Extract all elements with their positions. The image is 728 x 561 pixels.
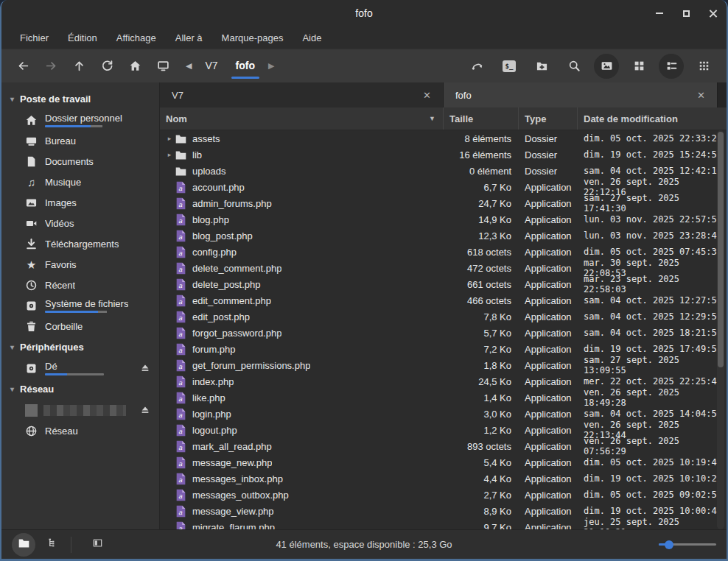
- close-button[interactable]: [704, 5, 721, 21]
- up-button[interactable]: [65, 53, 93, 80]
- file-modified-date: dim. 05 oct. 2025 22:33:20: [578, 133, 727, 144]
- panel-toggle[interactable]: [88, 535, 107, 554]
- zoom-slider[interactable]: [659, 540, 716, 550]
- list-view-button[interactable]: [659, 54, 684, 79]
- new-folder-button[interactable]: [528, 53, 556, 80]
- sidebar-item-vid-os[interactable]: Vidéos: [1, 213, 159, 233]
- grid-view-button[interactable]: [625, 53, 653, 80]
- icon-view-button[interactable]: [594, 54, 619, 79]
- open-terminal-button[interactable]: $_: [495, 53, 523, 80]
- file-row-admin-forums-php[interactable]: aadmin_forums.php24,7 KoApplicationsam. …: [160, 195, 727, 211]
- sidebar-item-documents[interactable]: Documents: [1, 151, 159, 172]
- eject-icon[interactable]: [140, 405, 152, 415]
- file-name: lib: [192, 149, 202, 160]
- minimize-button[interactable]: [651, 5, 668, 21]
- file-row-messages-outbox-php[interactable]: amessages_outbox.php2,7 KoApplicationdim…: [160, 487, 727, 503]
- sidebar-item-r-seau[interactable]: Réseau: [1, 420, 159, 441]
- sidebar-item-redacted[interactable]: [1, 400, 159, 420]
- sidebar-section-poste-de-travail[interactable]: ▾Poste de travail: [1, 88, 159, 110]
- tab-fofo[interactable]: fofo✕: [444, 82, 718, 107]
- file-size: 1,8 Ko: [444, 360, 519, 371]
- minimize-icon: [656, 13, 663, 14]
- status-text: 41 éléments, espace disponible : 25,3 Go: [1, 539, 727, 550]
- file-row-lib[interactable]: ▸lib16 élémentsDossierdim. 19 oct. 2025 …: [160, 147, 727, 163]
- file-row-message-new-php[interactable]: amessage_new.php5,4 KoApplicationdim. 05…: [160, 454, 727, 470]
- menu-fichier[interactable]: Fichier: [12, 29, 57, 46]
- file-row-get-forum-permissions-php[interactable]: aget_forum_permissions.php1,8 KoApplicat…: [160, 357, 727, 373]
- sidebar-item-musique[interactable]: ♫Musique: [1, 172, 159, 192]
- places-sidebar-toggle[interactable]: [12, 533, 35, 557]
- jump-location-button[interactable]: [463, 53, 491, 80]
- back-button[interactable]: [9, 53, 37, 80]
- expander-icon[interactable]: ▸: [164, 135, 175, 142]
- expander-icon[interactable]: ▸: [164, 151, 175, 158]
- sidebar-item-bureau[interactable]: Bureau: [1, 130, 159, 151]
- home-button[interactable]: [121, 53, 149, 80]
- sidebar-item-d-[interactable]: Dé: [1, 358, 159, 378]
- redacted-label: [43, 405, 126, 416]
- php-file-icon: a: [175, 375, 187, 388]
- file-row-delete-post-php[interactable]: adelete_post.php661 octetsApplicationmar…: [160, 276, 727, 292]
- menu-marquepages[interactable]: Marque-pages: [214, 29, 292, 46]
- titlebar[interactable]: fofo: [1, 0, 727, 27]
- window-title: fofo: [355, 7, 372, 19]
- file-size: 7,8 Ko: [444, 311, 519, 322]
- breadcrumb-scroll-right-icon[interactable]: ▶: [264, 61, 279, 71]
- scrollbar-thumb[interactable]: [718, 132, 724, 367]
- file-row-messages-inbox-php[interactable]: amessages_inbox.php4,4 KoApplicationdim.…: [160, 470, 727, 487]
- menu-dition[interactable]: Édition: [60, 29, 105, 46]
- file-row-edit-comment-php[interactable]: aedit_comment.php466 octetsApplicationsa…: [160, 292, 727, 308]
- sidebar-item-favoris[interactable]: ★Favoris: [1, 254, 159, 275]
- file-row-like-php[interactable]: alike.php1,4 KoApplicationven. 26 sept. …: [160, 389, 727, 406]
- eject-icon[interactable]: [140, 363, 152, 373]
- sidebar-item-t-l-chargements[interactable]: Téléchargements: [1, 233, 159, 254]
- refresh-button[interactable]: [93, 53, 121, 80]
- svg-text:a: a: [178, 524, 183, 529]
- breadcrumb-current-button[interactable]: fofo: [227, 55, 264, 77]
- column-header-size[interactable]: Taille: [444, 107, 519, 130]
- file-row-blog-post-php[interactable]: ablog_post.php12,3 KoApplicationlun. 03 …: [160, 227, 727, 244]
- computer-button[interactable]: [149, 53, 177, 80]
- sidebar-section-r-seau[interactable]: ▾Réseau: [1, 378, 159, 400]
- menu-aide[interactable]: Aide: [294, 29, 329, 46]
- file-name: admin_forums.php: [192, 198, 272, 209]
- file-size: 14,9 Ko: [444, 214, 519, 225]
- file-modified-date: dim. 05 oct. 2025 09:02:57: [578, 490, 727, 500]
- toolbar-view-group: $_: [463, 53, 719, 80]
- file-row-migrate-flarum-php[interactable]: amigrate_flarum.php9,7 KoApplicationjeu.…: [160, 519, 727, 529]
- breadcrumb-parent-button[interactable]: V7: [196, 55, 226, 77]
- file-row-mark-all-read-php[interactable]: amark_all_read.php893 octetsApplicationv…: [160, 438, 727, 454]
- tab-label: fofo: [455, 90, 688, 101]
- menu-affichage[interactable]: Affichage: [108, 29, 164, 46]
- tree-sidebar-toggle[interactable]: [43, 535, 62, 554]
- tab-close-icon[interactable]: ✕: [420, 88, 434, 102]
- compact-view-button[interactable]: [690, 53, 718, 80]
- maximize-button[interactable]: [678, 5, 694, 21]
- forward-button[interactable]: [37, 53, 65, 80]
- column-header-modified[interactable]: Date de modification: [578, 107, 727, 130]
- file-row-assets[interactable]: ▸assets8 élémentsDossierdim. 05 oct. 202…: [160, 130, 727, 147]
- column-header-name[interactable]: Nom ▼: [160, 107, 444, 130]
- sidebar-item-corbeille[interactable]: Corbeille: [1, 316, 159, 336]
- zoom-slider-handle[interactable]: [665, 540, 673, 549]
- file-row-forgot-password-php[interactable]: aforgot_password.php5,7 KoApplicationsam…: [160, 325, 727, 341]
- sidebar-item-syst-me-de-fichiers[interactable]: Système de fichiers: [1, 295, 159, 316]
- tab-close-icon[interactable]: ✕: [694, 88, 708, 102]
- sidebar-section-p-riph-riques[interactable]: ▾Périphériques: [1, 336, 159, 358]
- sidebar-item-images[interactable]: Images: [1, 192, 159, 213]
- tab-v7[interactable]: V7✕: [160, 82, 444, 107]
- php-file-icon: a: [175, 278, 187, 291]
- sidebar-item-label: Dé: [45, 361, 104, 372]
- sidebar-item-r-cent[interactable]: Récent: [1, 275, 159, 295]
- column-header-type[interactable]: Type: [519, 107, 578, 130]
- file-type: Application: [519, 506, 578, 517]
- file-row-edit-post-php[interactable]: aedit_post.php7,8 KoApplicationsam. 04 o…: [160, 308, 727, 325]
- breadcrumb-scroll-left-icon[interactable]: ◀: [181, 61, 196, 71]
- vertical-scrollbar[interactable]: [717, 130, 724, 529]
- svg-text:a: a: [178, 346, 183, 353]
- menu-aller[interactable]: Aller à: [167, 29, 211, 46]
- file-size: 24,5 Ko: [444, 376, 519, 387]
- file-row-blog-php[interactable]: ablog.php14,9 KoApplicationlun. 03 nov. …: [160, 211, 727, 227]
- search-button[interactable]: [560, 53, 588, 80]
- sidebar-item-dossier-personnel[interactable]: Dossier personnel: [1, 110, 159, 130]
